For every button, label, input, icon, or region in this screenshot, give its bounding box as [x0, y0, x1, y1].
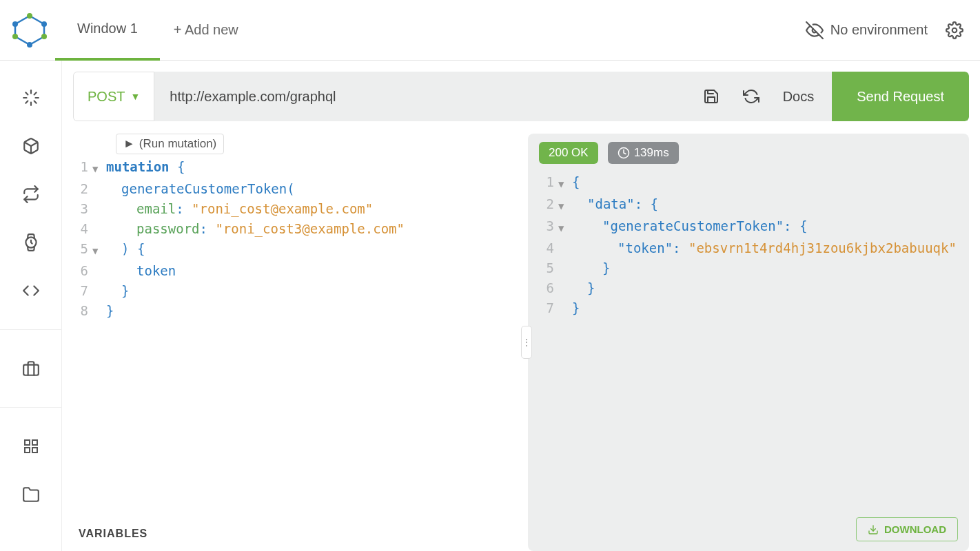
run-widget-label: (Run mutation)	[139, 137, 216, 151]
settings-button[interactable]	[946, 21, 963, 39]
editor-panes: ► (Run mutation) 1▼mutation {2generateCu…	[73, 134, 969, 551]
download-button[interactable]: DOWNLOAD	[856, 517, 958, 541]
app-logo-icon	[12, 13, 47, 48]
download-label: DOWNLOAD	[884, 523, 946, 535]
sidebar-divider-2	[0, 407, 61, 408]
reload-schema-icon[interactable]	[743, 88, 759, 105]
svg-point-5	[12, 34, 18, 39]
main: POST ▼ http://example.com/graphql Docs S…	[0, 61, 980, 551]
content: POST ▼ http://example.com/graphql Docs S…	[62, 61, 980, 551]
environment-label: No environment	[830, 22, 928, 38]
window-tab[interactable]: Window 1	[55, 0, 160, 61]
add-new-tab-button[interactable]: + Add new	[160, 22, 252, 38]
url-bar: POST ▼ http://example.com/graphql Docs S…	[73, 72, 969, 121]
folder-icon[interactable]	[21, 485, 41, 504]
query-editor[interactable]: 1▼mutation {2generateCustomerToken(3emai…	[73, 157, 528, 517]
pane-drag-handle[interactable]: ⋮	[521, 326, 532, 359]
topbar: Window 1 + Add new No environment	[0, 0, 980, 61]
svg-point-6	[12, 21, 18, 27]
environment-selector[interactable]: No environment	[806, 21, 928, 39]
docs-button[interactable]: Docs	[783, 89, 815, 105]
docs-label: Docs	[783, 89, 815, 104]
code-icon[interactable]	[21, 281, 41, 300]
svg-point-1	[27, 13, 32, 19]
url-actions: Docs	[685, 72, 833, 121]
svg-rect-22	[25, 448, 30, 453]
repeat-icon[interactable]	[21, 185, 41, 204]
grid-icon[interactable]	[21, 437, 41, 456]
run-mutation-button[interactable]: ► (Run mutation)	[116, 134, 224, 154]
method-label: POST	[88, 89, 125, 105]
window-tab-label: Window 1	[77, 21, 138, 37]
svg-rect-20	[32, 440, 37, 445]
status-text: 200 OK	[549, 146, 589, 160]
url-value: http://example.com/graphql	[170, 89, 336, 105]
cube-icon[interactable]	[21, 136, 41, 156]
loading-icon[interactable]	[21, 88, 41, 107]
svg-point-7	[952, 28, 957, 32]
download-icon	[868, 524, 879, 535]
url-input[interactable]: http://example.com/graphql	[154, 72, 684, 121]
briefcase-icon[interactable]	[21, 359, 41, 378]
chevron-down-icon: ▼	[130, 91, 140, 102]
sidebar	[0, 61, 62, 551]
time-badge: 139ms	[608, 142, 679, 164]
variables-label: VARIABLES	[79, 528, 147, 539]
variables-toggle[interactable]: VARIABLES	[73, 517, 528, 551]
topbar-right: No environment	[806, 21, 963, 39]
response-badges: 200 OK 139ms	[539, 142, 958, 164]
status-badge: 200 OK	[539, 142, 598, 164]
send-request-button[interactable]: Send Request	[832, 72, 969, 121]
response-viewer[interactable]: 1▼{2▼"data": {3▼"generateCustomerToken":…	[539, 172, 958, 543]
save-icon[interactable]	[703, 88, 719, 105]
svg-line-15	[34, 92, 36, 94]
svg-point-2	[41, 21, 47, 27]
eye-off-icon	[806, 21, 824, 39]
svg-marker-0	[15, 16, 44, 45]
play-icon: ►	[123, 137, 135, 151]
query-pane: ► (Run mutation) 1▼mutation {2generateCu…	[73, 134, 528, 551]
send-request-label: Send Request	[857, 89, 944, 104]
svg-point-4	[27, 42, 32, 48]
svg-line-11	[34, 101, 36, 103]
clock-icon	[617, 147, 630, 159]
time-text: 139ms	[634, 146, 669, 160]
svg-point-3	[41, 34, 47, 39]
svg-rect-19	[25, 440, 30, 445]
svg-rect-18	[23, 365, 39, 375]
svg-rect-21	[32, 448, 37, 453]
response-pane: ⋮ 200 OK 139ms 1▼{2▼"data": {3▼"generate…	[528, 134, 969, 551]
method-selector[interactable]: POST ▼	[73, 72, 154, 121]
svg-line-14	[25, 101, 28, 103]
svg-line-10	[25, 92, 28, 94]
sidebar-divider	[0, 329, 61, 330]
add-new-label: + Add new	[174, 22, 238, 37]
watch-icon[interactable]	[21, 233, 41, 252]
